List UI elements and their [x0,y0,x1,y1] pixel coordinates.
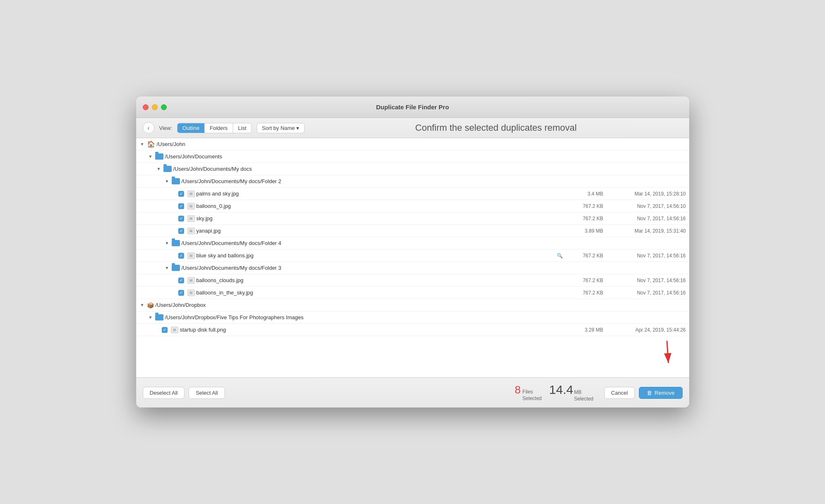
tree-row: ▼ /Users/John/Documents [136,151,689,163]
back-button[interactable]: ‹ [143,122,154,134]
row-name: palms and sky.jpg [196,191,566,197]
folder-icon [172,265,180,271]
file-icon: ▤ [187,191,195,197]
row-name: balloons_0.jpg [196,203,566,209]
row-name: /Users/John/Documents/My docs/Folder 4 [182,240,686,246]
file-checkbox[interactable]: ✓ [178,203,184,209]
toggle-arrow[interactable]: ▼ [148,315,154,320]
file-date: Nov 7, 2017, 14:56:16 [612,216,686,221]
file-icon: ▤ [187,215,195,222]
file-row: ▼ ✓ ▤ palms and sky.jpg 3.4 MB Mar 14, 2… [136,188,689,200]
row-name: blue sky and ballons.jpg [196,252,557,259]
minimize-button[interactable] [152,104,158,110]
file-row: ▼ ✓ ▤ startup disk full.png 3.28 MB Apr … [136,324,689,336]
select-all-button[interactable]: Select All [189,387,225,399]
toolbar: ‹ View: Outline Folders List Sort by Nam… [136,118,689,138]
file-checkbox[interactable]: ✓ [178,228,184,234]
sort-button[interactable]: Sort by Name ▾ [257,123,305,133]
file-size: 767.2 KB [566,278,603,283]
cancel-button[interactable]: Cancel [604,387,635,399]
file-row: ▼ ✓ ▤ yanapi.jpg 3.89 MB Mar 14, 2019, 1… [136,225,689,237]
file-date: Nov 7, 2017, 14:56:16 [612,278,686,283]
row-name: /Users/John/Dropbox/Five Tips For Photog… [165,314,686,320]
file-icon: ▤ [187,252,195,259]
tree-row: ▼ /Users/John/Documents/My docs/Folder 4 [136,237,689,250]
remove-icon: 🗑 [647,390,652,396]
title-bar: Duplicate File Finder Pro [136,97,689,118]
folder-icon [163,166,172,172]
toggle-arrow[interactable]: ▼ [139,141,145,147]
toggle-arrow[interactable]: ▼ [164,265,170,271]
file-size: 3.4 MB [566,191,603,197]
app-window: Duplicate File Finder Pro ‹ View: Outlin… [136,97,689,407]
view-folders-button[interactable]: Folders [205,123,233,133]
file-icon: ▤ [171,327,178,333]
file-row: ▼ ✓ ▤ balloons_0.jpg 767.2 KB Nov 7, 201… [136,200,689,212]
svg-line-1 [657,341,677,363]
file-icon: ▤ [187,277,195,284]
deselect-all-button[interactable]: Deselect All [143,387,185,399]
traffic-lights [143,104,167,110]
row-name: /Users/John/Documents/My docs/Folder 3 [182,265,686,271]
folder-icon [172,240,180,246]
toggle-arrow[interactable]: ▼ [139,302,145,308]
files-count: 8 FilesSelected [515,384,541,402]
view-list-button[interactable]: List [233,123,251,133]
window-title: Duplicate File Finder Pro [376,104,449,111]
row-name: startup disk full.png [180,327,566,333]
file-date: Nov 7, 2017, 14:56:10 [612,203,686,209]
toggle-arrow[interactable]: ▼ [164,240,170,246]
view-label: View: [159,125,173,131]
file-list: ▼ 🏠 /Users/John ▼ /Users/John/Documents … [136,138,689,377]
toggle-arrow[interactable]: ▼ [156,166,162,172]
folder-icon [155,314,163,320]
file-checkbox[interactable]: ✓ [162,327,168,333]
tree-row: ▼ /Users/John/Dropbox/Five Tips For Phot… [136,311,689,324]
file-date: Nov 7, 2017, 14:56:16 [612,290,686,296]
row-name: /Users/John/Documents [165,153,686,160]
file-checkbox[interactable]: ✓ [178,191,184,197]
file-icon: ▤ [187,203,195,210]
file-size: 767.2 KB [566,290,603,296]
tree-row: ▼ /Users/John/Documents/My docs [136,163,689,175]
folder-icon [155,153,163,160]
row-name: /Users/John/Documents/My docs/Folder 2 [182,178,686,184]
file-row: ▼ ✓ ▤ balloons_clouds.jpg 767.2 KB Nov 7… [136,274,689,287]
file-checkbox[interactable]: ✓ [178,253,184,259]
remove-button[interactable]: 🗑 Remove [639,387,682,399]
row-name: yanapi.jpg [196,228,566,234]
file-checkbox[interactable]: ✓ [178,290,184,296]
file-size: 767.2 KB [566,216,603,221]
file-row: ▼ ✓ ▤ balloons_in_the_sky.jpg 767.2 KB N… [136,287,689,299]
file-icon: ▤ [187,290,195,296]
remove-label: Remove [655,390,674,396]
toggle-arrow[interactable]: ▼ [148,154,154,160]
row-name: balloons_clouds.jpg [196,277,566,283]
close-button[interactable] [143,104,149,110]
file-checkbox[interactable]: ✓ [178,216,184,221]
maximize-button[interactable] [161,104,167,110]
view-outline-button[interactable]: Outline [177,123,205,133]
file-icon: ▤ [187,228,195,234]
tree-row: ▼ 🏠 /Users/John [136,138,689,151]
preview-icon[interactable]: 🔍 [557,253,563,259]
files-count-label: FilesSelected [522,389,542,402]
file-checkbox[interactable]: ✓ [178,278,184,283]
toggle-arrow[interactable]: ▼ [164,179,170,184]
folder-icon [172,178,180,184]
page-title: Confirm the selected duplicates removal [310,122,683,133]
row-name: /Users/John/Dropbox [156,302,686,308]
file-size: 3.28 MB [566,327,603,333]
bottom-bar: Deselect All Select All 8 FilesSelected … [136,377,689,407]
mb-label: MBSelected [574,389,593,402]
file-row: ▼ ✓ ▤ blue sky and ballons.jpg 🔍 767.2 K… [136,250,689,262]
row-name: /Users/John/Documents/My docs [173,166,686,172]
row-name: sky.jpg [196,215,566,221]
file-row: ▼ ✓ ▤ sky.jpg 767.2 KB Nov 7, 2017, 14:5… [136,212,689,225]
tree-row: ▼ 📦 /Users/John/Dropbox [136,299,689,311]
file-date: Apr 24, 2019, 15:44:26 [612,327,686,333]
spacer-area [136,336,689,377]
files-count-number: 8 [515,384,520,396]
file-size: 3.89 MB [566,228,603,234]
tree-row: ▼ /Users/John/Documents/My docs/Folder 3 [136,262,689,274]
